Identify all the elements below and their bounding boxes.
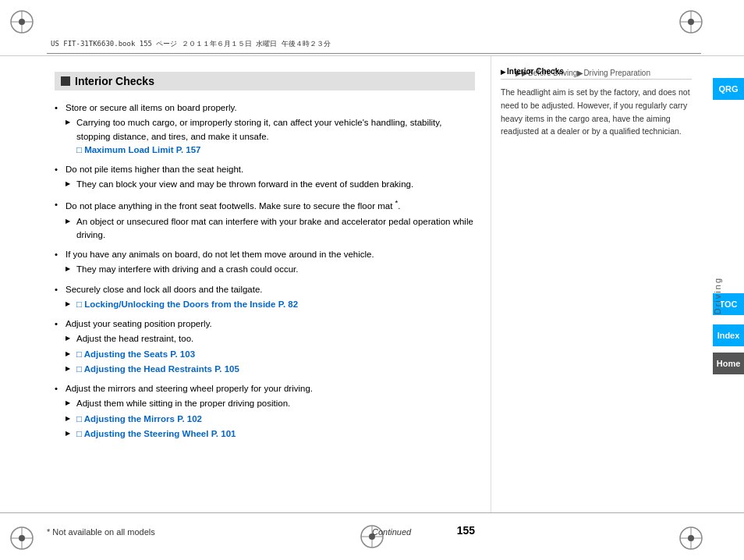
ref-restraints: P. 105 — [214, 364, 239, 374]
home-button[interactable]: Home — [713, 353, 744, 374]
svg-point-11 — [19, 535, 25, 541]
corner-br — [675, 523, 707, 554]
item-text: Do not pile items higher than the seat h… — [66, 165, 243, 174]
list-item: Do not place anything in the front seat … — [55, 198, 475, 243]
list-item: Securely close and lock all doors and th… — [55, 283, 475, 312]
page-number: 155 — [457, 524, 475, 537]
sub-item: □ Locking/Unlocking the Doors from the I… — [66, 298, 475, 311]
link-seats[interactable]: □ Adjusting the Seats — [76, 349, 168, 359]
ref-max-load: P. 157 — [176, 145, 201, 154]
section-icon — [61, 76, 70, 86]
sub-item: They may interfere with driving and a cr… — [66, 263, 475, 276]
right-panel-title: Interior Checks — [501, 67, 692, 80]
item-text: Store or secure all items on board prope… — [66, 103, 237, 112]
ref-seats: P. 103 — [170, 349, 195, 359]
right-panel-text: The headlight aim is set by the factory,… — [501, 86, 692, 138]
list-item: If you have any animals on board, do not… — [55, 248, 475, 277]
list-item: Adjust your seating position properly. A… — [55, 317, 475, 376]
footnote: * Not available on all models — [47, 527, 155, 537]
item-text: Adjust your seating position properly. — [66, 319, 212, 328]
sub-item: □ Adjusting the Seats P. 103 — [66, 348, 475, 361]
index-button[interactable]: Index — [713, 324, 744, 346]
list-item: Store or secure all items on board prope… — [55, 101, 475, 157]
link-restraints[interactable]: □ Adjusting the Head Restraints — [76, 364, 212, 374]
bottom-divider — [0, 512, 744, 513]
sub-item: □ Adjusting the Steering Wheel P. 101 — [66, 427, 475, 441]
item-text: Adjust the mirrors and steering wheel pr… — [66, 384, 313, 393]
ref-locking: P. 82 — [278, 299, 298, 309]
corner-bl — [6, 523, 37, 554]
main-content: Interior Checks Store or secure all item… — [47, 56, 483, 513]
list-item: Do not pile items higher than the seat h… — [55, 163, 475, 192]
sidebar-buttons: QRG — [713, 78, 744, 103]
right-panel: Interior Checks The headlight aim is set… — [491, 56, 701, 513]
section-title-text: Interior Checks — [75, 75, 154, 87]
link-steering[interactable]: □ Adjusting the Steering Wheel — [76, 429, 208, 438]
top-rule — [47, 53, 701, 54]
svg-point-15 — [688, 535, 694, 541]
content-list: Store or secure all items on board prope… — [55, 101, 475, 441]
qrg-button[interactable]: QRG — [713, 78, 744, 100]
sub-item: Adjust them while sitting in the proper … — [66, 397, 475, 410]
item-text: Securely close and lock all doors and th… — [66, 285, 263, 294]
link-mirrors[interactable]: □ Adjusting the Mirrors — [76, 414, 175, 424]
file-info: US FIT-31TK6630.book 155 ページ ２０１１年６月１５日 … — [51, 39, 331, 49]
continued-text: Continued — [372, 527, 411, 537]
sub-item: □ Adjusting the Head Restraints P. 105 — [66, 363, 475, 376]
ref-steering: P. 101 — [211, 429, 236, 438]
bottom-center-mark — [356, 521, 388, 552]
sub-item: An object or unsecured floor mat can int… — [66, 215, 475, 243]
sub-item: □ Adjusting the Mirrors P. 102 — [66, 413, 475, 426]
header: US FIT-31TK6630.book 155 ページ ２０１１年６月１５日 … — [0, 0, 744, 56]
list-item: Adjust the mirrors and steering wheel pr… — [55, 382, 475, 441]
link-max-load[interactable]: □ Maximum Load Limit — [76, 145, 174, 154]
item-text: Do not place anything in the front seat … — [66, 201, 400, 211]
sub-item: Adjust the head restraint, too. — [66, 332, 475, 346]
item-text: If you have any animals on board, do not… — [66, 250, 374, 259]
sub-item: They can block your view and may be thro… — [66, 178, 475, 191]
ref-mirrors: P. 102 — [177, 414, 202, 424]
sub-item: Carrying too much cargo, or improperly s… — [66, 116, 475, 157]
section-title: Interior Checks — [55, 72, 475, 90]
driving-label: Driving — [713, 277, 744, 314]
link-locking[interactable]: □ Locking/Unlocking the Doors from the I… — [76, 299, 276, 309]
